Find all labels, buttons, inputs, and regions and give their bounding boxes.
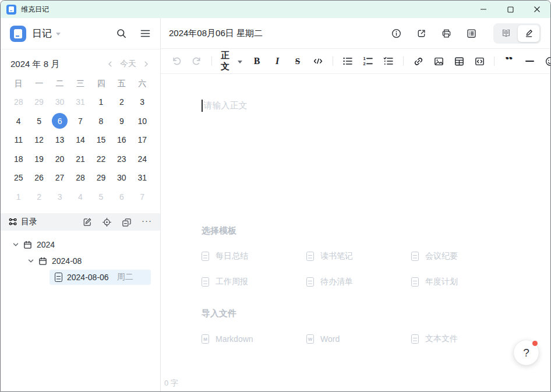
bold-button[interactable]: B xyxy=(251,54,263,69)
calendar-day[interactable]: 12 xyxy=(29,130,49,150)
template-item[interactable]: 读书笔记 xyxy=(306,251,411,262)
calendar-day[interactable]: 28 xyxy=(8,93,29,112)
sidebar-header: 日记 xyxy=(1,18,160,50)
maximize-button[interactable] xyxy=(497,1,524,18)
editor-area[interactable]: 请输入正文 选择模板 每日总结 xyxy=(161,74,550,391)
calendar-day[interactable]: 18 xyxy=(8,150,29,169)
calendar-prev-icon[interactable] xyxy=(106,60,114,68)
emoji-icon[interactable] xyxy=(544,54,551,69)
close-button[interactable] xyxy=(524,1,550,18)
calendar-day[interactable]: 21 xyxy=(70,150,90,169)
calendar-day[interactable]: 10 xyxy=(132,112,153,131)
chevron-down-icon[interactable] xyxy=(27,257,34,264)
more-options-icon[interactable]: ··· xyxy=(142,216,152,228)
calendar-day[interactable]: 29 xyxy=(91,168,111,188)
calendar-day[interactable]: 23 xyxy=(111,150,132,169)
calendar-day[interactable]: 17 xyxy=(132,130,153,150)
tree-item-entry[interactable]: 2024-08-06 周二 xyxy=(1,269,160,285)
calendar-day[interactable]: 4 xyxy=(70,188,90,207)
collapse-all-icon[interactable] xyxy=(122,217,132,227)
export-icon[interactable] xyxy=(416,28,427,39)
task-list-icon[interactable] xyxy=(383,54,394,69)
calendar-next-icon[interactable] xyxy=(142,60,150,68)
template-item[interactable]: 待办清单 xyxy=(306,277,411,287)
selected-entry-row[interactable]: 2024-08-06 周二 xyxy=(50,270,151,285)
print-icon[interactable] xyxy=(441,28,452,39)
calendar-day[interactable]: 31 xyxy=(70,93,90,112)
table-icon[interactable] xyxy=(453,54,465,69)
calendar-day[interactable]: 15 xyxy=(91,130,111,150)
calendar-day[interactable]: 19 xyxy=(29,150,49,169)
blockquote-icon[interactable]: “ xyxy=(503,54,515,69)
import-item[interactable]: 文本文件 xyxy=(411,334,528,344)
horizontal-rule-icon[interactable] xyxy=(524,54,535,69)
calendar-day[interactable]: 30 xyxy=(50,93,70,112)
minimize-button[interactable] xyxy=(470,1,497,18)
calendar-day[interactable]: 2 xyxy=(29,188,49,207)
italic-button[interactable]: I xyxy=(271,54,283,69)
calendar-day[interactable]: 16 xyxy=(111,130,132,150)
calendar-day[interactable]: 30 xyxy=(111,168,132,188)
image-icon[interactable] xyxy=(433,54,444,69)
entry-date-title: 2024年08月06日 星期二 xyxy=(169,28,263,39)
paragraph-style-select[interactable]: 正文 xyxy=(221,50,242,72)
search-icon[interactable] xyxy=(116,28,127,39)
calendar-day[interactable]: 25 xyxy=(8,168,29,188)
weekday-label: 六 xyxy=(132,75,153,93)
calendar-day[interactable]: 2 xyxy=(111,93,132,112)
new-entry-icon[interactable] xyxy=(82,217,92,227)
template-item[interactable]: 年度计划 xyxy=(411,277,528,287)
calendar-day[interactable]: 31 xyxy=(132,168,153,188)
calendar-day[interactable]: 13 xyxy=(50,130,70,150)
code-block-icon[interactable] xyxy=(474,54,485,69)
edit-mode-button[interactable] xyxy=(518,25,539,42)
import-item[interactable]: M Markdown xyxy=(202,334,306,344)
strikethrough-button[interactable]: S xyxy=(292,54,303,69)
read-mode-button[interactable] xyxy=(495,25,517,42)
calendar-day[interactable]: 1 xyxy=(91,93,111,112)
calendar-day[interactable]: 20 xyxy=(50,150,70,169)
chevron-down-icon[interactable] xyxy=(12,241,19,248)
redo-icon[interactable] xyxy=(191,54,203,69)
calendar-day[interactable]: 7 xyxy=(132,188,153,207)
document-icon xyxy=(411,334,419,344)
calendar-day[interactable]: 28 xyxy=(70,168,90,188)
link-icon[interactable] xyxy=(412,54,424,69)
calendar-day[interactable]: 5 xyxy=(29,112,49,131)
locate-today-icon[interactable] xyxy=(102,217,112,227)
tree-item-year[interactable]: 2024 xyxy=(1,236,160,253)
calendar-day[interactable]: 6 xyxy=(111,188,132,207)
calendar-day[interactable]: 27 xyxy=(50,168,70,188)
info-icon[interactable] xyxy=(391,28,402,39)
calendar-day[interactable]: 14 xyxy=(70,130,90,150)
ordered-list-icon[interactable]: 12 xyxy=(362,54,374,69)
calendar-day[interactable]: 8 xyxy=(91,112,111,131)
template-item[interactable]: 工作周报 xyxy=(202,277,306,287)
calendar-day[interactable]: 7 xyxy=(70,112,90,131)
notebook-switcher-caret-icon[interactable] xyxy=(56,33,61,36)
inline-code-icon[interactable] xyxy=(312,54,324,69)
import-item[interactable]: W Word xyxy=(306,334,411,344)
calendar-day[interactable]: 3 xyxy=(50,188,70,207)
calendar-folder-icon xyxy=(38,257,47,266)
calendar-day[interactable]: 1 xyxy=(8,188,29,207)
outline-panel-icon[interactable] xyxy=(466,28,477,39)
calendar-day[interactable]: 24 xyxy=(132,150,153,169)
template-item[interactable]: 会议纪要 xyxy=(411,251,528,262)
help-button[interactable]: ? xyxy=(514,340,539,365)
tree-item-month[interactable]: 2024-08 xyxy=(1,253,160,269)
undo-icon[interactable] xyxy=(171,54,182,69)
calendar-today-button[interactable]: 今天 xyxy=(120,59,136,69)
menu-icon[interactable] xyxy=(140,28,151,39)
calendar-day[interactable]: 4 xyxy=(8,112,29,131)
calendar-day[interactable]: 9 xyxy=(111,112,132,131)
calendar-day[interactable]: 3 xyxy=(132,93,153,112)
calendar-day[interactable]: 26 xyxy=(29,168,49,188)
bullet-list-icon[interactable] xyxy=(342,54,354,69)
calendar-day[interactable]: 6 xyxy=(50,112,70,131)
calendar-day[interactable]: 11 xyxy=(8,130,29,150)
calendar-day[interactable]: 5 xyxy=(91,188,111,207)
calendar-day[interactable]: 22 xyxy=(91,150,111,169)
template-item[interactable]: 每日总结 xyxy=(202,251,306,262)
calendar-day[interactable]: 29 xyxy=(29,93,49,112)
